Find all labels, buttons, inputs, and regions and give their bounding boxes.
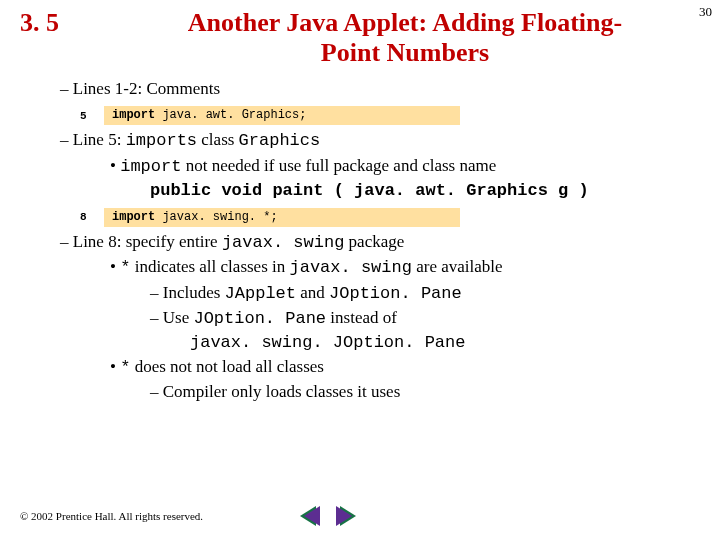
slide-heading: 3. 5 Another Java Applet: Adding Floatin… — [0, 0, 720, 68]
bullet-star-available: • * indicates all classes in javax. swin… — [110, 256, 700, 279]
code-text: import — [120, 157, 181, 176]
copyright-footer: © 2002 Prentice Hall. All rights reserve… — [20, 510, 203, 522]
code-text: javax. swing — [222, 233, 344, 252]
code-text: Graphics — [239, 131, 321, 150]
slide-title: Another Java Applet: Adding Floating- Po… — [110, 8, 700, 68]
code-text: JOption. Pane — [193, 309, 326, 328]
code-text: imports — [126, 131, 197, 150]
code-source: import javax. swing. *; — [104, 208, 460, 228]
code-rest: java. awt. Graphics; — [155, 108, 306, 122]
code-source: import java. awt. Graphics; — [104, 106, 460, 126]
line-number: 8 — [80, 210, 104, 224]
code-line-8: 8 import javax. swing. *; — [80, 208, 700, 228]
keyword-import: import — [112, 210, 155, 224]
text: – Use — [150, 308, 193, 327]
slide-body: – Lines 1-2: Comments 5 import java. awt… — [0, 68, 720, 403]
bullet-line-8: – Line 8: specify entire javax. swing pa… — [60, 231, 700, 254]
bullet-star-not-load: • * does not not load all classes — [110, 356, 700, 379]
text: – Line 5: — [60, 130, 126, 149]
text: not needed if use full package and class… — [181, 156, 496, 175]
text: • — [110, 156, 120, 175]
section-number: 3. 5 — [20, 8, 110, 38]
public-void-paint-decl: public void paint ( java. awt. Graphics … — [150, 180, 700, 202]
bullet-lines-1-2: – Lines 1-2: Comments — [60, 78, 700, 100]
bullet-use-full-path: javax. swing. JOption. Pane — [190, 332, 700, 354]
text: • — [110, 257, 120, 276]
bullet-import-not-needed: • import not needed if use full package … — [110, 155, 700, 178]
code-text: JOption. Pane — [329, 284, 462, 303]
keyword-import: import — [112, 108, 155, 122]
bullet-line-5: – Line 5: imports class Graphics — [60, 129, 700, 152]
title-line-2: Point Numbers — [321, 38, 489, 67]
bullet-use-instead: – Use JOption. Pane instead of — [150, 307, 700, 330]
code-text: * — [120, 258, 130, 277]
line-number: 5 — [80, 109, 104, 123]
title-line-1: Another Java Applet: Adding Floating- — [188, 8, 622, 37]
prev-slide-icon[interactable] — [300, 506, 316, 526]
code-line-5: 5 import java. awt. Graphics; — [80, 106, 700, 126]
text: class — [197, 130, 239, 149]
text: • — [110, 357, 120, 376]
text: package — [344, 232, 404, 251]
text: – Includes — [150, 283, 225, 302]
text: instead of — [326, 308, 397, 327]
code-rest: javax. swing. *; — [155, 210, 277, 224]
next-slide-icon[interactable] — [340, 506, 356, 526]
text: – Line 8: specify entire — [60, 232, 222, 251]
text: does not not load all classes — [130, 357, 324, 376]
text: and — [296, 283, 329, 302]
text: indicates all classes in — [130, 257, 289, 276]
slide-page-number: 30 — [699, 4, 712, 20]
code-text: * — [120, 358, 130, 377]
code-text: javax. swing — [290, 258, 412, 277]
bullet-compiler-loads: – Compiler only loads classes it uses — [150, 381, 700, 403]
bullet-includes: – Includes JApplet and JOption. Pane — [150, 282, 700, 305]
code-text: JApplet — [225, 284, 296, 303]
text: are available — [412, 257, 503, 276]
